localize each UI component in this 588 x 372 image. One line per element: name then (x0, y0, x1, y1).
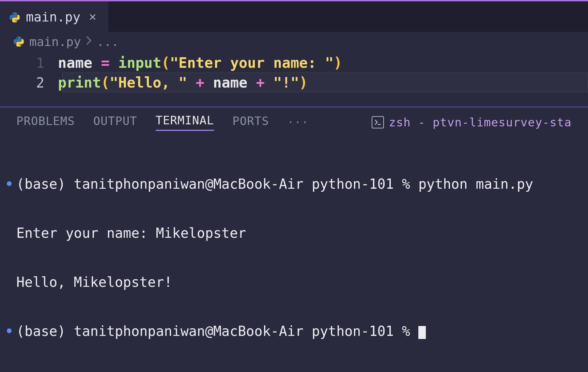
code-content[interactable]: name = input("Enter your name: ") (58, 53, 342, 73)
terminal-line: Enter your name: Mikelopster (7, 225, 581, 241)
bottom-panel: PROBLEMS OUTPUT TERMINAL PORTS ··· zsh -… (0, 107, 588, 372)
terminal-line: Hello, Mikelopster! (7, 274, 581, 290)
breadcrumb-filename: main.py (29, 35, 81, 49)
tab-ports[interactable]: PORTS (232, 114, 269, 130)
python-icon (9, 11, 20, 23)
code-line: 2 print("Hello, " + name + "!") (0, 73, 588, 93)
prompt-dot-icon (7, 181, 12, 186)
code-line: 1 name = input("Enter your name: ") (0, 53, 588, 73)
code-content[interactable]: print("Hello, " + name + "!") (58, 73, 308, 93)
panel-tabbar: PROBLEMS OUTPUT TERMINAL PORTS ··· zsh -… (0, 107, 588, 134)
terminal-line: (base) tanitphonpaniwan@MacBook-Air pyth… (7, 176, 581, 192)
editor-tabbar: main.py (0, 0, 588, 32)
vscode-window: main.py main.py ... 1 name = input("Ente… (0, 0, 588, 372)
terminal-picker[interactable]: zsh - ptvn-limesurvey-sta (372, 115, 572, 129)
prompt-dot-icon (7, 328, 12, 333)
line-number: 1 (14, 53, 58, 73)
line-number: 2 (14, 73, 58, 93)
tab-terminal[interactable]: TERMINAL (156, 113, 214, 131)
terminal-cursor (418, 326, 426, 339)
python-icon (13, 36, 25, 47)
terminal-output[interactable]: (base) tanitphonpaniwan@MacBook-Air pyth… (0, 134, 588, 372)
tab-problems[interactable]: PROBLEMS (16, 114, 75, 130)
tab-output[interactable]: OUTPUT (93, 114, 137, 130)
terminal-icon (372, 116, 384, 128)
breadcrumb-ellipsis[interactable]: ... (97, 35, 119, 49)
chevron-right-icon (86, 36, 92, 48)
breadcrumb[interactable]: main.py ... (0, 32, 588, 51)
editor-tab-main-py[interactable]: main.py (0, 1, 109, 32)
terminal-shell-label: zsh - ptvn-limesurvey-sta (389, 115, 572, 129)
terminal-line: (base) tanitphonpaniwan@MacBook-Air pyth… (7, 323, 581, 339)
panel-overflow-button[interactable]: ··· (288, 116, 309, 128)
code-editor[interactable]: 1 name = input("Enter your name: ") 2 pr… (0, 51, 588, 107)
tab-filename: main.py (26, 10, 80, 25)
close-tab-button[interactable] (86, 10, 99, 24)
